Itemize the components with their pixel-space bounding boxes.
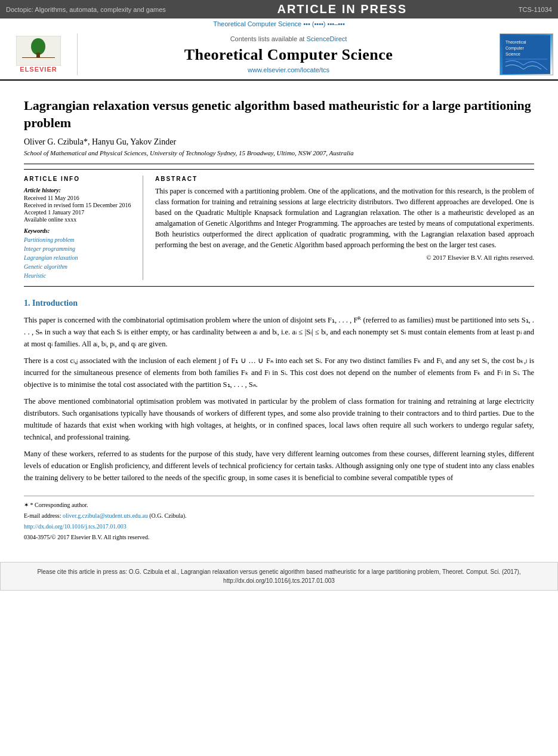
svg-text:Science: Science <box>505 52 520 56</box>
keyword-3[interactable]: Lagrangian relaxation <box>24 253 135 262</box>
contents-line: Contents lists available at ScienceDirec… <box>230 35 347 42</box>
received-date: Received 11 May 2016 <box>24 195 135 201</box>
email-footnote: E-mail address: oliver.g.czibula@student… <box>24 512 534 520</box>
journal-center-info: Contents lists available at ScienceDirec… <box>78 33 500 76</box>
star-icon: ✶ <box>24 502 30 508</box>
science-direct-link[interactable]: ScienceDirect <box>306 35 347 42</box>
doi-anchor[interactable]: http://dx.doi.org/10.1016/j.tcs.2017.01.… <box>24 523 127 530</box>
article-info-section: ARTICLE INFO Article history: Received 1… <box>24 176 143 280</box>
doctopic-label: Doctopic: Algorithms, automata, complexi… <box>6 6 166 13</box>
svg-text:Computer: Computer <box>505 46 524 51</box>
article-in-press-label: ARTICLE IN PRESS <box>277 2 407 16</box>
authors-line: Oliver G. Czibula*, Hanyu Gu, Yakov Zind… <box>24 137 534 147</box>
history-label: Article history: <box>24 187 135 193</box>
keyword-5[interactable]: Heuristic <box>24 271 135 280</box>
tcs-id-label: TCS-11034 <box>519 6 552 13</box>
keyword-2[interactable]: Integer programming <box>24 244 135 253</box>
paper-content: Lagrangian relaxation versus genetic alg… <box>0 81 558 550</box>
tcs-link-bar: Theoretical Computer Science ••• (••••) … <box>0 19 558 29</box>
keywords-label: Keywords: <box>24 228 135 234</box>
copyright-footnote: 0304-3975/© 2017 Elsevier B.V. All right… <box>24 533 534 542</box>
copyright-line: © 2017 Elsevier B.V. All rights reserved… <box>155 254 534 261</box>
email-link[interactable]: oliver.g.czibula@student.uts.edu.au <box>63 512 148 519</box>
online-date: Available online xxxx <box>24 216 135 223</box>
elsevier-wordmark: ELSEVIER <box>20 66 57 73</box>
svg-text:Theoretical: Theoretical <box>505 40 526 44</box>
divider-1 <box>24 164 534 164</box>
accepted-date: Accepted 1 January 2017 <box>24 209 135 216</box>
elsevier-logo-area: ELSEVIER <box>0 33 78 75</box>
section-1-para-3: The above mentioned combinatorial optimi… <box>24 395 534 443</box>
svg-rect-3 <box>22 57 55 58</box>
section-1-title: 1. Introduction <box>24 299 534 308</box>
revised-date: Received in revised form 15 December 201… <box>24 202 135 208</box>
footnote-area: ✶ * Corresponding author. E-mail address… <box>24 496 534 542</box>
journal-title: Theoretical Computer Science <box>184 46 393 64</box>
tcs-logo-icon: Theoretical Computer Science <box>502 35 550 74</box>
abstract-section: ABSTRACT This paper is concerned with a … <box>155 176 534 280</box>
article-info-abstract-container: ARTICLE INFO Article history: Received 1… <box>24 169 534 287</box>
abstract-title: ABSTRACT <box>155 176 534 182</box>
tcs-journal-logo: Theoretical Computer Science <box>500 33 553 75</box>
corresponding-author-note: ✶ * Corresponding author. <box>24 501 534 509</box>
journal-url-link[interactable]: www.elsevier.com/locate/tcs <box>248 66 329 73</box>
section-1-para-2: There is a cost cᵢ,ⱼ associated with the… <box>24 355 534 391</box>
section-1-heading: Introduction <box>32 299 78 308</box>
cite-text: Please cite this article in press as: O.… <box>37 568 520 584</box>
section-1-para-1: This paper is concerned with the combina… <box>24 314 534 350</box>
section-1-number: 1. <box>24 299 30 308</box>
elsevier-logo-icon <box>16 36 61 66</box>
svg-point-1 <box>31 38 45 55</box>
journal-header: ELSEVIER Contents lists available at Sci… <box>0 29 558 81</box>
doi-link: http://dx.doi.org/10.1016/j.tcs.2017.01.… <box>24 523 534 531</box>
keywords-list: Partitioning problem Integer programming… <box>24 235 135 280</box>
section-1-para-4: Many of these workers, referred to as st… <box>24 448 534 484</box>
affiliation-line: School of Mathematical and Physical Scie… <box>24 149 534 156</box>
article-info-title: ARTICLE INFO <box>24 176 135 182</box>
section-1: 1. Introduction This paper is concerned … <box>24 299 534 484</box>
svg-rect-2 <box>36 53 40 57</box>
keyword-1[interactable]: Partitioning problem <box>24 235 135 244</box>
bottom-footer: Please cite this article in press as: O.… <box>0 562 558 591</box>
paper-title: Lagrangian relaxation versus genetic alg… <box>24 97 534 131</box>
top-banner: Doctopic: Algorithms, automata, complexi… <box>0 0 558 19</box>
tcs-journal-link[interactable]: Theoretical Computer Science ••• (••••) … <box>213 20 345 27</box>
keyword-4[interactable]: Genetic algorithm <box>24 262 135 271</box>
abstract-text: This paper is concerned with a partition… <box>155 186 534 250</box>
